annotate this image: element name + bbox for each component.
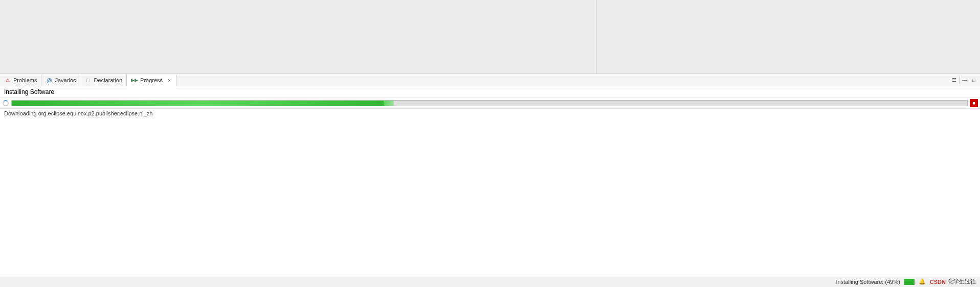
subtask-text: Downloading org.eclipse.equinox.p2.publi…: [4, 110, 152, 116]
javadoc-icon: @: [46, 77, 53, 84]
status-progress-mini: [904, 279, 915, 285]
csdn-extra: 化学生过往: [948, 278, 976, 285]
cancel-progress-button[interactable]: ■: [970, 99, 978, 107]
content-panel: Installing Software ■ Downloading org.ec…: [0, 86, 980, 276]
panel-title-text: Installing Software: [4, 88, 54, 95]
tab-controls: ☰ — □: [948, 74, 980, 86]
top-left-panel: [0, 0, 596, 74]
status-icons: 🔔: [919, 278, 926, 285]
tab-javadoc[interactable]: @ Javadoc: [41, 74, 80, 86]
minimize-panel-button[interactable]: —: [961, 76, 969, 84]
status-icon-1: 🔔: [919, 278, 926, 285]
top-right-panel: [596, 0, 980, 74]
tab-declaration-label: Declaration: [94, 77, 122, 83]
separator: [959, 77, 960, 84]
tab-progress[interactable]: ▶▶ Progress ×: [127, 75, 176, 86]
status-bar: Installing Software: (49%) 🔔 CSDN 化学生过往: [0, 276, 980, 287]
progress-icon: ▶▶: [131, 77, 138, 84]
declaration-icon: ◻: [84, 77, 92, 84]
maximize-panel-button[interactable]: □: [970, 76, 978, 84]
spinner: [2, 100, 9, 107]
progress-bar-fill: [12, 101, 394, 106]
tab-problems[interactable]: ⚠ Problems: [0, 74, 41, 86]
tab-declaration[interactable]: ◻ Declaration: [80, 74, 127, 86]
csdn-area: CSDN 化学生过往: [930, 278, 976, 285]
spinner-icon: [3, 100, 9, 106]
tabs-container: ⚠ Problems @ Javadoc ◻ Declaration ▶▶ Pr…: [0, 74, 948, 86]
tab-problems-label: Problems: [13, 77, 37, 83]
tab-progress-close[interactable]: ×: [167, 77, 172, 84]
view-menu-button[interactable]: ☰: [950, 76, 958, 84]
top-area: [0, 0, 980, 74]
status-text: Installing Software: (49%): [836, 279, 900, 285]
problems-icon: ⚠: [4, 77, 11, 84]
progress-row: ■: [0, 98, 980, 109]
tab-progress-label: Progress: [140, 77, 163, 83]
tab-bar: ⚠ Problems @ Javadoc ◻ Declaration ▶▶ Pr…: [0, 74, 980, 86]
subtask-row: Downloading org.eclipse.equinox.p2.publi…: [0, 109, 980, 118]
empty-content-area: [0, 118, 980, 276]
panel-title: Installing Software: [0, 86, 980, 98]
progress-bar-container: [11, 100, 968, 106]
tab-javadoc-label: Javadoc: [55, 77, 76, 83]
csdn-label: CSDN: [930, 279, 946, 285]
